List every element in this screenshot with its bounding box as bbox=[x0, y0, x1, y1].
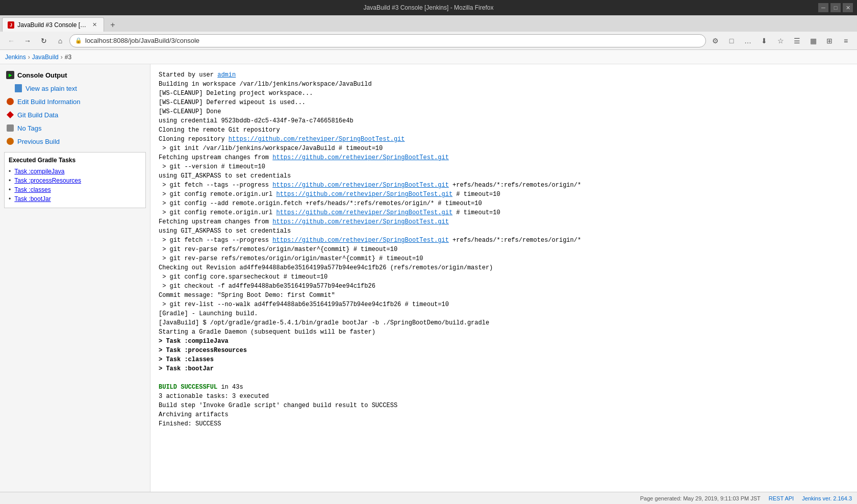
doc-icon-shape bbox=[15, 84, 22, 92]
home-button[interactable]: ⌂ bbox=[53, 34, 67, 48]
url-input[interactable] bbox=[85, 37, 700, 44]
console-line-38: Archiving artifacts bbox=[159, 410, 849, 419]
console-output-icon bbox=[6, 71, 14, 79]
build-success-text: BUILD SUCCESSFUL bbox=[159, 384, 217, 391]
git-icon bbox=[6, 111, 14, 119]
console-line-3: [WS-CLEANUP] Deleting project workspace.… bbox=[159, 89, 849, 98]
console-line-25: Commit message: "Spring Boot Demo: first… bbox=[159, 291, 849, 300]
edit-icon-shape bbox=[7, 98, 14, 105]
sidebar-edit-build-info[interactable]: Edit Build Information bbox=[0, 95, 150, 108]
new-tab-button[interactable]: + bbox=[106, 18, 119, 32]
nav-icons: ⚙ □ … ⬇ ☆ ☰ ▦ ⊞ ≡ bbox=[708, 34, 853, 48]
console-icon-shape bbox=[6, 71, 14, 79]
page-generated: Page generated: May 29, 2019, 9:11:03 PM… bbox=[640, 495, 761, 501]
active-tab[interactable]: J JavaBuild #3 Console [Je... ✕ bbox=[2, 17, 104, 32]
view-plain-text-link[interactable]: View as plain text bbox=[26, 85, 77, 92]
console-line-36: 3 actionable tasks: 3 executed bbox=[159, 392, 849, 401]
document-icon bbox=[14, 84, 22, 92]
breadcrumb-sep-2: › bbox=[61, 54, 63, 61]
git-url-1[interactable]: https://github.com/retheviper/SpringBoot… bbox=[229, 136, 405, 143]
reload-button[interactable]: ↻ bbox=[37, 34, 51, 48]
jenkins-version-link[interactable]: Jenkins ver. 2.164.3 bbox=[802, 495, 852, 501]
navbar: ← → ↻ ⌂ 🔒 ⚙ □ … ⬇ ☆ ☰ ▦ ⊞ ≡ bbox=[0, 32, 857, 50]
console-line-17: Fetching upstream changes from https://g… bbox=[159, 217, 849, 226]
bookmark-button[interactable]: ☆ bbox=[773, 34, 788, 48]
extensions-button[interactable]: ⚙ bbox=[708, 34, 722, 48]
git-url-5[interactable]: https://github.com/retheviper/SpringBoot… bbox=[276, 209, 452, 216]
breadcrumb: Jenkins › JavaBuild › #3 bbox=[0, 50, 857, 64]
console-line-20: > git rev-parse refs/remotes/origin/mast… bbox=[159, 245, 849, 254]
titlebar-buttons: ─ □ ✕ bbox=[818, 3, 853, 12]
console-line-22: Checking out Revision ad4ffe94488ab6e351… bbox=[159, 263, 849, 272]
menu-button[interactable]: ☰ bbox=[790, 34, 804, 48]
edit-icon bbox=[6, 97, 14, 106]
gradle-tasks-title: Executed Gradle Tasks bbox=[9, 157, 141, 164]
breadcrumb-jenkins[interactable]: Jenkins bbox=[5, 54, 26, 61]
maximize-button[interactable]: □ bbox=[830, 3, 841, 12]
console-line-30: > Task :compileJava bbox=[159, 337, 849, 346]
breadcrumb-javabuild[interactable]: JavaBuild bbox=[32, 54, 59, 61]
console-line-14: > git config remote.origin.url https://g… bbox=[159, 190, 849, 199]
minimize-button[interactable]: ─ bbox=[818, 3, 828, 12]
git-url-6[interactable]: https://github.com/retheviper/SpringBoot… bbox=[272, 218, 449, 225]
console-line-2: Building in workspace /var/lib/jenkins/w… bbox=[159, 80, 849, 89]
console-line-6: using credential 9523bddb-d2c5-434f-9e7a… bbox=[159, 116, 849, 125]
no-tags-link[interactable]: No Tags bbox=[17, 124, 41, 132]
console-output-area: Started by user admin Building in worksp… bbox=[150, 64, 857, 492]
sidebar-console-output[interactable]: Console Output bbox=[0, 68, 150, 82]
tab-label: JavaBuild #3 Console [Je... bbox=[17, 21, 88, 29]
git-icon-shape bbox=[7, 111, 14, 118]
tab-close-button[interactable]: ✕ bbox=[91, 21, 98, 29]
console-line-8: Cloning repository https://github.com/re… bbox=[159, 135, 849, 144]
console-line-11: > git --version # timeout=10 bbox=[159, 162, 849, 171]
back-button[interactable]: ← bbox=[4, 34, 18, 48]
console-line-24: > git checkout -f ad4ffe94488ab6e3516419… bbox=[159, 282, 849, 291]
console-line-1: Started by user admin bbox=[159, 70, 849, 80]
sidebar-view-plain-text[interactable]: View as plain text bbox=[0, 82, 150, 95]
gradle-task-item-4[interactable]: • Task :bootJar bbox=[9, 194, 141, 204]
git-url-3[interactable]: https://github.com/retheviper/SpringBoot… bbox=[272, 182, 449, 189]
more-button[interactable]: … bbox=[741, 34, 755, 48]
sidebar-git-build-data[interactable]: Git Build Data bbox=[0, 108, 150, 121]
git-build-data-link[interactable]: Git Build Data bbox=[17, 111, 58, 119]
console-line-21: > git rev-parse refs/remotes/origin/orig… bbox=[159, 254, 849, 263]
forward-button[interactable]: → bbox=[20, 34, 35, 48]
console-line-18: using GIT_ASKPASS to set credentials bbox=[159, 226, 849, 236]
console-line-15: > git config --add remote.origin.fetch +… bbox=[159, 199, 849, 208]
window-title: JavaBuild #3 Console [Jenkins] - Mozilla… bbox=[364, 4, 494, 11]
console-line-4: [WS-CLEANUP] Deferred wipeout is used... bbox=[159, 98, 849, 107]
console-line-33: > Task :bootJar bbox=[159, 364, 849, 373]
gradle-task-item-2[interactable]: • Task :processResources bbox=[9, 176, 141, 185]
tabbar: J JavaBuild #3 Console [Je... ✕ + bbox=[0, 15, 857, 32]
breadcrumb-sep-1: › bbox=[28, 54, 30, 61]
previous-build-link[interactable]: Previous Build bbox=[17, 138, 60, 145]
console-line-37: Build step 'Invoke Gradle script' change… bbox=[159, 401, 849, 410]
console-line-13: > git fetch --tags --progress https://gi… bbox=[159, 181, 849, 190]
console-line-35: BUILD SUCCESSFUL in 43s bbox=[159, 383, 849, 392]
git-url-2[interactable]: https://github.com/retheviper/SpringBoot… bbox=[272, 154, 449, 161]
console-line-34 bbox=[159, 373, 849, 383]
console-line-27: [Gradle] - Launching build. bbox=[159, 309, 849, 318]
sidebar-toggle-button[interactable]: ⊞ bbox=[822, 34, 837, 48]
gradle-task-item-3[interactable]: • Task :classes bbox=[9, 185, 141, 194]
git-url-4[interactable]: https://github.com/retheviper/SpringBoot… bbox=[276, 191, 452, 198]
gradle-task-item-1[interactable]: • Task :compileJava bbox=[9, 167, 141, 176]
git-url-7[interactable]: https://github.com/retheviper/SpringBoot… bbox=[272, 237, 449, 244]
console-line-5: [WS-CLEANUP] Done bbox=[159, 107, 849, 116]
sidebar-previous-build[interactable]: Previous Build bbox=[0, 135, 150, 148]
container-button[interactable]: □ bbox=[724, 34, 739, 48]
breadcrumb-build-number: #3 bbox=[65, 54, 71, 61]
pocket-button[interactable]: ⬇ bbox=[757, 34, 771, 48]
hamburger-button[interactable]: ≡ bbox=[839, 34, 853, 48]
toolbar-button[interactable]: ▦ bbox=[806, 34, 820, 48]
close-button[interactable]: ✕ bbox=[843, 3, 853, 12]
admin-link[interactable]: admin bbox=[217, 71, 236, 79]
gradle-tasks-box: Executed Gradle Tasks • Task :compileJav… bbox=[4, 152, 146, 208]
sidebar-no-tags[interactable]: No Tags bbox=[0, 121, 150, 135]
console-line-7: Cloning the remote Git repository bbox=[159, 125, 849, 135]
edit-build-info-link[interactable]: Edit Build Information bbox=[17, 98, 81, 106]
rest-api-link[interactable]: REST API bbox=[769, 495, 794, 501]
console-line-16: > git config remote.origin.url https://g… bbox=[159, 208, 849, 217]
console-line-39: Finished: SUCCESS bbox=[159, 419, 849, 429]
console-line-32: > Task :classes bbox=[159, 355, 849, 364]
